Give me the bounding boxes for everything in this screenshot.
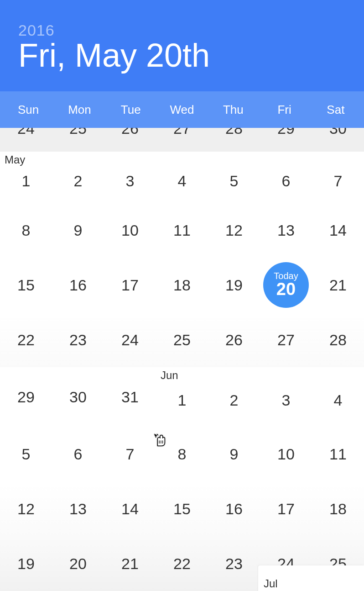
day-cell[interactable]: 23 [208,536,260,591]
month-label-jun: Jun [161,369,178,382]
day-cell[interactable]: 4 [312,367,364,427]
day-cell[interactable]: 24 [0,128,52,152]
day-cell[interactable]: 9 [52,203,104,258]
month-label-may: May [5,153,25,166]
day-cell[interactable]: 17 [104,258,156,312]
header-selected-date: Fri, May 20th [18,37,346,74]
day-cell[interactable]: 13 [52,481,104,536]
day-cell[interactable]: 21 [312,258,364,312]
day-cell[interactable]: 17 [260,481,312,536]
day-cell[interactable]: 18 [312,481,364,536]
calendar-row-month-transition: 29 30 31 Jun 1 2 3 4 [0,367,364,427]
calendar-row: May 1 2 3 4 5 6 7 [0,152,364,203]
day-cell[interactable]: 16 [208,481,260,536]
today-number: 20 [276,280,296,299]
day-cell[interactable]: 21 [104,536,156,591]
day-cell[interactable]: 31 [104,367,156,427]
day-cell[interactable]: 12 [0,481,52,536]
day-cell[interactable]: 5 [208,152,260,203]
date-picker-header: 2016 Fri, May 20th [0,0,364,91]
day-cell[interactable]: 7 [104,427,156,481]
calendar-row: 8 9 10 11 12 13 14 [0,203,364,258]
day-cell[interactable]: 28 [312,312,364,367]
day-cell[interactable]: May 1 [0,152,52,203]
day-cell[interactable]: 25 [156,312,208,367]
jul-start-background: Jul [258,565,364,591]
day-cell[interactable]: 2 [208,367,260,427]
day-cell[interactable]: 20 [52,536,104,591]
day-cell[interactable]: 9 [208,427,260,481]
day-cell[interactable]: 4 [156,152,208,203]
day-cell[interactable]: 30 [52,367,104,427]
day-cell[interactable]: 26 [208,312,260,367]
weekday-sun: Sun [3,103,54,117]
day-cell[interactable]: 3 [260,367,312,427]
calendar-body[interactable]: 24 25 26 27 28 29 30 May 1 2 3 4 5 6 7 8… [0,128,364,591]
day-cell[interactable]: 7 [312,152,364,203]
day-cell[interactable]: 23 [52,312,104,367]
day-cell[interactable]: Jun 1 [156,367,208,427]
day-cell[interactable]: 25 [52,128,104,152]
day-cell[interactable]: 3 [104,152,156,203]
day-cell[interactable]: 22 [0,312,52,367]
day-cell[interactable]: 10 [260,427,312,481]
weekday-wed: Wed [156,103,208,117]
weekday-sat: Sat [310,103,361,117]
day-cell[interactable]: 22 [156,536,208,591]
day-cell[interactable]: 13 [260,203,312,258]
weekday-tue: Tue [105,103,156,117]
calendar-row-prev-month: 24 25 26 27 28 29 30 [0,128,364,152]
calendar-row: 5 6 7 8 9 10 11 [0,427,364,481]
day-cell[interactable]: 29 [0,367,52,427]
day-cell[interactable]: 27 [260,312,312,367]
day-cell[interactable]: 28 [208,128,260,152]
day-cell[interactable]: 19 [208,258,260,312]
day-cell[interactable]: 16 [52,258,104,312]
day-cell[interactable]: 11 [312,427,364,481]
day-cell[interactable]: 12 [208,203,260,258]
day-cell[interactable]: 27 [156,128,208,152]
weekday-fri: Fri [259,103,310,117]
day-cell[interactable]: 8 [0,203,52,258]
calendar-row: 22 23 24 25 26 27 28 [0,312,364,367]
day-cell[interactable]: 26 [104,128,156,152]
month-label-jul: Jul [264,577,278,590]
day-cell[interactable]: 14 [312,203,364,258]
calendar-row: 15 16 17 18 19 Today 20 21 [0,258,364,312]
day-cell[interactable]: 18 [156,258,208,312]
day-cell[interactable]: 8 [156,427,208,481]
weekday-mon: Mon [54,103,105,117]
day-cell[interactable]: 10 [104,203,156,258]
weekday-row: Sun Mon Tue Wed Thu Fri Sat [0,91,364,128]
day-cell[interactable]: 6 [260,152,312,203]
day-cell[interactable]: 2 [52,152,104,203]
day-cell-today[interactable]: Today 20 [260,258,312,312]
day-cell[interactable]: 11 [156,203,208,258]
day-cell[interactable]: 24 [104,312,156,367]
day-cell[interactable]: 29 [260,128,312,152]
day-cell[interactable]: 30 [312,128,364,152]
day-cell[interactable]: 14 [104,481,156,536]
day-cell[interactable]: 15 [156,481,208,536]
day-cell[interactable]: 6 [52,427,104,481]
day-cell[interactable]: 19 [0,536,52,591]
day-cell[interactable]: 15 [0,258,52,312]
day-cell[interactable]: 5 [0,427,52,481]
today-marker[interactable]: Today 20 [263,262,309,308]
weekday-thu: Thu [208,103,259,117]
calendar-row: 12 13 14 15 16 17 18 [0,481,364,536]
